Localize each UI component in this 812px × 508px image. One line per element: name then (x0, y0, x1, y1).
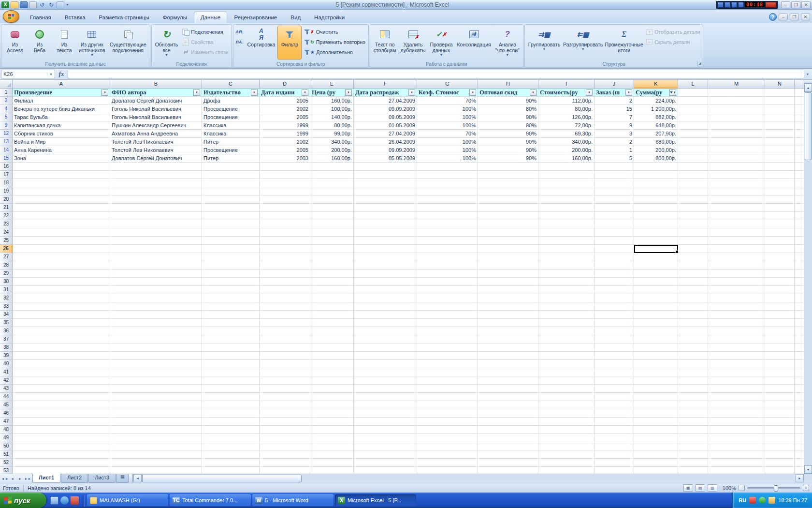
cell-N34[interactable] (765, 311, 795, 319)
cell-B16[interactable] (110, 163, 202, 171)
cell-M50[interactable] (708, 442, 765, 450)
cell-K36[interactable] (634, 327, 678, 335)
cell-I1[interactable]: Стоимость(ру▼ (538, 89, 594, 97)
cell-H18[interactable] (478, 179, 538, 187)
cell-C37[interactable] (202, 335, 260, 344)
cell-N45[interactable] (765, 401, 795, 409)
row-header-41[interactable]: 41 (0, 368, 13, 376)
taskbar-task-MALAMASH (G:)[interactable]: MALAMASH (G:) (87, 494, 168, 506)
cell-A50[interactable] (13, 442, 110, 450)
cell-A53[interactable] (13, 467, 110, 474)
cell-D20[interactable] (260, 195, 310, 204)
cell-M37[interactable] (708, 335, 765, 344)
cell-E50[interactable] (310, 442, 354, 450)
cell-J23[interactable] (594, 220, 634, 228)
cell-A52[interactable] (13, 459, 110, 467)
cell-D25[interactable] (260, 237, 310, 245)
cell-E32[interactable] (310, 294, 354, 302)
cell-M18[interactable] (708, 179, 765, 187)
cell-D1[interactable]: Дата издани▼ (260, 89, 310, 97)
cell-H53[interactable] (478, 467, 538, 474)
taskbar-task-5 - Microsoft Word[interactable]: W5 - Microsoft Word (252, 494, 334, 506)
tab-Главная[interactable]: Главная (23, 12, 58, 23)
cell-E1[interactable]: Цена (ру▼ (310, 89, 354, 97)
scroll-down-icon[interactable]: ▼ (804, 465, 812, 474)
cell-L5[interactable] (678, 113, 708, 121)
show-desktop-icon[interactable] (50, 496, 58, 505)
cell-N50[interactable] (765, 442, 795, 450)
filter-dropdown-F[interactable]: ▼ (408, 90, 415, 96)
cell-M9[interactable] (708, 121, 765, 130)
button-Из-Веба[interactable]: Из Веба (28, 26, 52, 60)
column-header-J[interactable]: J (594, 80, 634, 89)
cell-N21[interactable] (765, 204, 795, 212)
row-header-25[interactable]: 25 (0, 237, 13, 245)
cell-A20[interactable] (13, 195, 110, 204)
row-header-20[interactable]: 20 (0, 195, 13, 204)
cell-N31[interactable] (765, 286, 795, 294)
cell-H43[interactable] (478, 385, 538, 393)
cell-E47[interactable] (310, 418, 354, 426)
cell-N49[interactable] (765, 434, 795, 442)
cell-H12[interactable]: 90% (478, 130, 538, 138)
cell-K31[interactable] (634, 286, 678, 294)
page-layout-view-button[interactable]: ▤ (696, 484, 705, 492)
cell-A15[interactable]: Зона (13, 154, 110, 163)
cell-K44[interactable] (634, 393, 678, 401)
cell-K37[interactable] (634, 335, 678, 344)
cell-D42[interactable] (260, 376, 310, 385)
cell-D35[interactable] (260, 319, 310, 327)
row-header-2[interactable]: 2 (0, 97, 13, 105)
button-Удалить-дубликаты[interactable]: Удалить дубликаты (399, 26, 428, 60)
cell-C13[interactable]: Питер (202, 138, 260, 146)
cell-K4[interactable]: 1 200,00р. (634, 105, 678, 113)
cell-C48[interactable] (202, 426, 260, 434)
cell-C14[interactable]: Просвещение (202, 146, 260, 154)
cell-B13[interactable]: Толстой Лев Николаевич (110, 138, 202, 146)
media-player-icon[interactable] (71, 496, 79, 505)
cell-I36[interactable] (538, 327, 594, 335)
sheet-tab-Лист2[interactable]: Лист2 (61, 474, 88, 483)
cell-E5[interactable]: 140,00р. (310, 113, 354, 121)
cell-M47[interactable] (708, 418, 765, 426)
cell-N19[interactable] (765, 187, 795, 195)
row-header-40[interactable]: 40 (0, 360, 13, 368)
cell-J45[interactable] (594, 401, 634, 409)
cell-K15[interactable]: 800,00р. (634, 154, 678, 163)
split-handle[interactable] (804, 80, 812, 84)
button-Проверка-данных[interactable]: ✓Проверка данных▼ (428, 26, 454, 60)
cell-L22[interactable] (678, 212, 708, 220)
cell-A16[interactable] (13, 163, 110, 171)
cell-J29[interactable] (594, 269, 634, 278)
cell-D18[interactable] (260, 179, 310, 187)
cell-F52[interactable] (354, 459, 417, 467)
cell-J1[interactable]: Заказ (ш▼ (594, 89, 634, 97)
cell-D31[interactable] (260, 286, 310, 294)
cell-G51[interactable] (417, 450, 478, 459)
filter-dropdown-B[interactable]: ▼ (193, 90, 200, 96)
cell-J41[interactable] (594, 368, 634, 376)
cell-L16[interactable] (678, 163, 708, 171)
cell-D47[interactable] (260, 418, 310, 426)
button-Промежуточные-итоги[interactable]: ΣПромежуточные итоги (604, 26, 644, 60)
cell-M49[interactable] (708, 434, 765, 442)
cell-J27[interactable] (594, 253, 634, 261)
cell-G35[interactable] (417, 319, 478, 327)
cell-G33[interactable] (417, 302, 478, 311)
cell-G46[interactable] (417, 409, 478, 418)
cell-F47[interactable] (354, 418, 417, 426)
cell-I9[interactable]: 72,00р. (538, 121, 594, 130)
cell-H45[interactable] (478, 401, 538, 409)
cell-I35[interactable] (538, 319, 594, 327)
row-header-53[interactable]: 53 (0, 467, 13, 474)
cell-N32[interactable] (765, 294, 795, 302)
cell-G17[interactable] (417, 171, 478, 179)
cell-B21[interactable] (110, 204, 202, 212)
cell-C18[interactable] (202, 179, 260, 187)
row-header-4[interactable]: 4 (0, 105, 13, 113)
cell-E38[interactable] (310, 344, 354, 352)
cell-C53[interactable] (202, 467, 260, 474)
cell-J40[interactable] (594, 360, 634, 368)
cell-A28[interactable] (13, 261, 110, 269)
cell-K19[interactable] (634, 187, 678, 195)
